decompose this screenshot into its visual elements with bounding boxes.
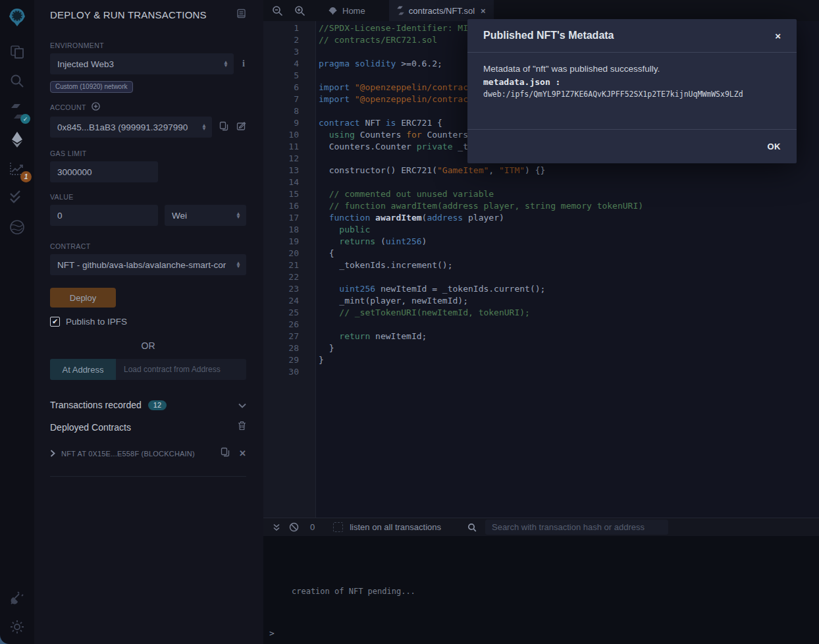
deploy-and-run-icon[interactable]	[0, 131, 34, 148]
remove-contract-icon[interactable]: ✕	[239, 448, 246, 458]
search-icon[interactable]	[0, 73, 34, 89]
line-number[interactable]: 7	[263, 94, 315, 106]
code-line[interactable]: }	[319, 355, 819, 367]
modal-close-icon[interactable]: ×	[775, 30, 781, 41]
modal-ok-button[interactable]: OK	[768, 142, 781, 151]
file-explorer-icon[interactable]	[0, 44, 34, 60]
line-number[interactable]: 26	[263, 319, 315, 331]
line-number[interactable]: 1	[263, 23, 315, 35]
tab-home-label: Home	[342, 6, 365, 16]
code-line[interactable]: _mint(player, newItemId);	[319, 296, 819, 308]
code-line[interactable]: uint256 newItemId = _tokenIds.current();	[319, 284, 819, 296]
code-line[interactable]: // commented out unused variable	[319, 189, 819, 201]
line-number[interactable]: 9	[263, 118, 315, 130]
code-line[interactable]	[319, 177, 819, 189]
line-number[interactable]: 17	[263, 213, 315, 225]
tab-home[interactable]: Home	[320, 0, 373, 21]
line-number[interactable]: 3	[263, 47, 315, 59]
gas-limit-input[interactable]	[50, 161, 158, 182]
line-number[interactable]: 20	[263, 248, 315, 260]
modal-ipfs-url: dweb:/ipfs/QmYL9P1Z7KE6AQvKJPFF52SX1p2TE…	[483, 90, 781, 99]
code-line[interactable]: {	[319, 248, 819, 260]
line-number[interactable]: 13	[263, 165, 315, 177]
debugger-icon[interactable]	[0, 219, 34, 236]
clear-console-icon[interactable]	[289, 522, 299, 532]
add-account-icon[interactable]	[92, 101, 100, 113]
line-number[interactable]: 14	[263, 177, 315, 189]
code-line[interactable]: return newItemId;	[319, 331, 819, 343]
sign-message-icon[interactable]	[236, 121, 246, 134]
line-number[interactable]: 4	[263, 59, 315, 70]
code-line[interactable]: // _setTokenURI(newItemId, tokenURI);	[319, 308, 819, 319]
trash-icon[interactable]	[238, 421, 246, 433]
publish-ipfs-label: Publish to IPFS	[66, 317, 127, 327]
line-number[interactable]: 27	[263, 331, 315, 343]
line-number[interactable]: 5	[263, 70, 315, 82]
expand-chevron-icon[interactable]	[50, 448, 55, 460]
line-number[interactable]: 11	[263, 142, 315, 153]
chevron-down-icon[interactable]	[238, 399, 246, 411]
line-number[interactable]: 23	[263, 284, 315, 296]
contract-select[interactable]: NFT - github/ava-labs/avalanche-smart-co…	[50, 254, 246, 275]
code-line[interactable]	[319, 272, 819, 284]
code-line[interactable]: returns (uint256)	[319, 236, 819, 248]
value-unit-select[interactable]: Wei ▲▼	[165, 205, 246, 226]
select-arrows-icon: ▲▼	[236, 261, 241, 268]
zoom-in-icon[interactable]	[288, 5, 311, 16]
environment-info-icon[interactable]: i	[242, 59, 245, 69]
line-number[interactable]: 16	[263, 201, 315, 213]
terminal-expand-icon[interactable]	[273, 523, 280, 531]
line-number[interactable]: 28	[263, 343, 315, 355]
code-line[interactable]	[319, 367, 819, 379]
code-line[interactable]: function awardItem(address player)	[319, 213, 819, 225]
modal-title: Published NFT's Metadata	[483, 30, 614, 41]
solidity-compiler-icon[interactable]: ✓	[0, 103, 34, 120]
line-number[interactable]: 12	[263, 153, 315, 165]
terminal-output[interactable]: creation of NFT pending... >	[263, 536, 819, 644]
pending-tx-count: 0	[310, 522, 315, 532]
settings-gear-icon[interactable]	[0, 619, 34, 635]
listen-transactions-checkbox[interactable]	[333, 522, 343, 532]
code-line[interactable]	[319, 319, 819, 331]
documentation-icon[interactable]	[236, 9, 246, 21]
copy-account-icon[interactable]	[219, 121, 228, 134]
code-line[interactable]: }	[319, 343, 819, 355]
solidity-analysis-icon[interactable]: 1	[0, 160, 34, 177]
tab-close-icon[interactable]: ×	[481, 6, 486, 16]
line-number[interactable]: 22	[263, 272, 315, 284]
publish-ipfs-checkbox[interactable]: ✔	[50, 317, 60, 327]
environment-select[interactable]: Injected Web3 ▲▼	[50, 53, 234, 74]
line-number[interactable]: 24	[263, 296, 315, 308]
line-number[interactable]: 30	[263, 367, 315, 379]
tab-nft-sol[interactable]: contracts/NFT.sol ×	[389, 0, 494, 21]
code-line[interactable]: public	[319, 225, 819, 236]
account-select[interactable]: 0x845...B1aB3 (999991.3297990 ▲▼	[50, 117, 212, 138]
solidity-file-icon	[397, 6, 404, 15]
at-address-input[interactable]	[116, 359, 246, 380]
code-line[interactable]: // function awardItem(address player, st…	[319, 201, 819, 213]
plugin-manager-icon[interactable]	[0, 590, 34, 606]
deployed-contract-item[interactable]: NFT AT 0X15E...E558F (BLOCKCHAIN) ✕	[50, 447, 246, 460]
line-number[interactable]: 21	[263, 260, 315, 272]
terminal-log-line: creation of NFT pending...	[292, 587, 415, 596]
copy-contract-icon[interactable]	[221, 447, 230, 460]
code-line[interactable]: _tokenIds.increment();	[319, 260, 819, 272]
unit-testing-icon[interactable]	[0, 189, 34, 205]
terminal-search-input[interactable]	[485, 520, 668, 535]
line-number[interactable]: 29	[263, 355, 315, 367]
deploy-button[interactable]: Deploy	[50, 288, 116, 308]
value-input[interactable]	[50, 205, 158, 226]
line-number[interactable]: 2	[263, 35, 315, 47]
line-number[interactable]: 18	[263, 225, 315, 236]
line-number[interactable]: 15	[263, 189, 315, 201]
zoom-out-icon[interactable]	[266, 5, 288, 16]
line-number[interactable]: 8	[263, 106, 315, 118]
code-line[interactable]: constructor() ERC721("GameItem", "ITM") …	[319, 165, 819, 177]
at-address-button[interactable]: At Address	[50, 359, 116, 380]
remix-logo-icon[interactable]	[0, 5, 34, 30]
line-number[interactable]: 6	[263, 82, 315, 94]
line-number[interactable]: 25	[263, 308, 315, 319]
icon-rail: ✓ 1	[0, 0, 34, 644]
line-number[interactable]: 10	[263, 130, 315, 142]
line-number[interactable]: 19	[263, 236, 315, 248]
